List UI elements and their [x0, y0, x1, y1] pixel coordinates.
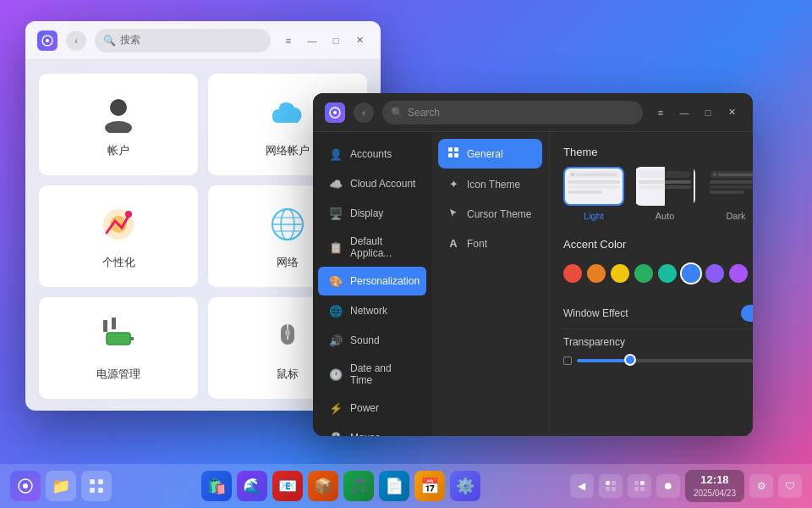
sub-item-cursor-theme[interactable]: Cursor Theme — [438, 200, 542, 228]
taskbar-files-button[interactable]: 📁 — [46, 471, 76, 501]
launcher-button[interactable] — [10, 471, 41, 501]
search-bar-chinese[interactable]: 🔍 搜索 — [95, 29, 271, 52]
settings-item-personalization[interactable]: 个性化 — [39, 185, 198, 287]
sidebar-item-mouse[interactable]: 🖱️ Mouse — [318, 423, 426, 436]
back-button[interactable]: ‹ — [66, 30, 86, 51]
settings-item-accounts[interactable]: 帐户 — [39, 74, 198, 175]
menu-button-dark[interactable]: ≡ — [651, 103, 670, 122]
sidebar-item-display[interactable]: 🖥️ Display — [318, 199, 426, 228]
sidebar-item-sound[interactable]: 🔊 Sound — [318, 326, 426, 355]
maximize-button[interactable]: □ — [326, 31, 345, 50]
files-icon: 📁 — [52, 477, 70, 495]
personalization-label: 个性化 — [102, 255, 135, 270]
cursor-theme-sub-icon — [447, 207, 460, 220]
sub-item-general[interactable]: General — [438, 139, 542, 168]
transparency-thumb[interactable] — [624, 354, 636, 366]
menu-button[interactable]: ≡ — [279, 31, 298, 50]
svg-point-20 — [333, 111, 337, 114]
screen-record-button[interactable]: ⏺ — [656, 474, 680, 498]
transparency-slider[interactable] — [577, 359, 753, 362]
search-bar-dark[interactable]: 🔍 Search — [382, 101, 643, 124]
sidebar-item-personalization[interactable]: 🎨 Personalization — [318, 267, 426, 295]
theme-preview-dark — [705, 167, 753, 206]
workspace1-button[interactable] — [599, 474, 623, 498]
sidebar-item-cloud-account[interactable]: ☁️ Cloud Account — [318, 169, 426, 198]
taskbar-music[interactable]: 🎵 — [343, 471, 374, 501]
window-effect-toggle[interactable] — [741, 305, 753, 322]
taskbar-apps-button[interactable] — [81, 471, 112, 501]
mouse-label: 鼠标 — [277, 367, 299, 382]
accent-section-title: Accent Color — [563, 238, 753, 251]
accent-red[interactable] — [563, 264, 582, 283]
theme-option-light[interactable]: Light — [563, 167, 624, 221]
window-effect-row: Window Effect — [563, 298, 753, 329]
taskbar-store[interactable]: 🛍️ — [201, 471, 232, 501]
svg-rect-24 — [454, 153, 458, 157]
theme-dark-label: Dark — [726, 211, 745, 221]
transparency-label: Transparency — [563, 336, 625, 348]
minimize-button-dark[interactable]: — — [675, 103, 694, 122]
default-apps-sidebar-label: Default Applica... — [350, 235, 416, 259]
close-button-dark[interactable]: ✕ — [722, 103, 741, 122]
settings-dock-icon: ⚙️ — [456, 477, 475, 495]
sidebar-item-power[interactable]: ⚡ Power — [318, 394, 426, 422]
accent-blue[interactable] — [682, 264, 700, 283]
sidebar-item-datetime[interactable]: 🕐 Date and Time — [318, 356, 426, 393]
svg-rect-13 — [130, 337, 134, 340]
taskbar-browser[interactable]: 🌊 — [237, 471, 267, 501]
accent-pink[interactable] — [729, 264, 748, 283]
svg-rect-30 — [98, 488, 103, 493]
clock-widget[interactable]: 12:18 2025/04/23 — [685, 470, 744, 502]
prev-workspace-button[interactable]: ◀ — [570, 474, 594, 498]
svg-rect-29 — [90, 488, 95, 493]
taskbar-reader[interactable]: 📄 — [379, 471, 409, 501]
svg-point-18 — [285, 329, 290, 336]
accent-green[interactable] — [634, 264, 653, 283]
back-button-dark[interactable]: ‹ — [354, 102, 374, 123]
network-sidebar-icon: 🌐 — [328, 303, 343, 318]
cloud-icon — [266, 91, 310, 135]
taskbar-calendar[interactable]: 📅 — [414, 471, 445, 501]
svg-rect-12 — [107, 333, 130, 345]
shield-tray[interactable]: 🛡 — [778, 474, 802, 498]
sidebar-item-network[interactable]: 🌐 Network — [318, 296, 426, 325]
settings-item-power[interactable]: 电源管理 — [39, 297, 198, 399]
workspace2-button[interactable] — [628, 474, 651, 498]
sidebar-item-accounts[interactable]: 👤 Accounts — [318, 140, 426, 168]
system-settings-tray[interactable]: ⚙ — [749, 474, 773, 498]
taskbar-archive[interactable]: 📦 — [308, 471, 338, 501]
taskbar: 📁 🛍️ 🌊 📧 📦 — [0, 464, 812, 508]
svg-rect-23 — [448, 153, 453, 157]
accounts-sidebar-label: Accounts — [350, 148, 392, 160]
minimize-button[interactable]: — — [303, 31, 321, 50]
titlebar-dark: ‹ 🔍 Search ≡ — □ ✕ — [313, 93, 753, 132]
sub-item-font[interactable]: A Font — [438, 229, 542, 257]
theme-options: Light Auto — [563, 167, 753, 221]
taskbar-settings[interactable]: ⚙️ — [450, 471, 480, 501]
power-label: 电源管理 — [96, 367, 140, 382]
theme-option-dark[interactable]: Dark — [705, 167, 753, 221]
svg-rect-36 — [640, 481, 645, 485]
font-sub-label: Font — [467, 238, 487, 250]
titlebar-chinese: ‹ 🔍 搜索 ≡ — □ ✕ — [25, 21, 381, 60]
maximize-button-dark[interactable]: □ — [699, 103, 717, 122]
mouse-sidebar-icon: 🖱️ — [328, 430, 343, 436]
icon-theme-sub-label: Icon Theme — [467, 179, 520, 190]
power-sidebar-icon: ⚡ — [328, 400, 343, 416]
network-icon — [266, 202, 310, 246]
accent-purple[interactable] — [705, 264, 724, 283]
sub-item-icon-theme[interactable]: ✦ Icon Theme — [438, 170, 542, 198]
svg-point-26 — [23, 483, 28, 489]
taskbar-email[interactable]: 📧 — [272, 471, 303, 501]
close-button[interactable]: ✕ — [350, 31, 369, 50]
accent-orange[interactable] — [587, 264, 606, 283]
sidebar-item-default-apps[interactable]: 📋 Default Applica... — [318, 229, 426, 266]
theme-section-title: Theme — [563, 146, 753, 158]
theme-option-auto[interactable]: Auto — [634, 167, 695, 221]
datetime-sidebar-label: Date and Time — [350, 362, 416, 386]
accent-yellow[interactable] — [611, 264, 629, 283]
theme-light-label: Light — [584, 211, 604, 221]
svg-point-2 — [110, 99, 127, 116]
accent-teal[interactable] — [658, 264, 677, 283]
search-placeholder-dark: Search — [408, 107, 440, 119]
